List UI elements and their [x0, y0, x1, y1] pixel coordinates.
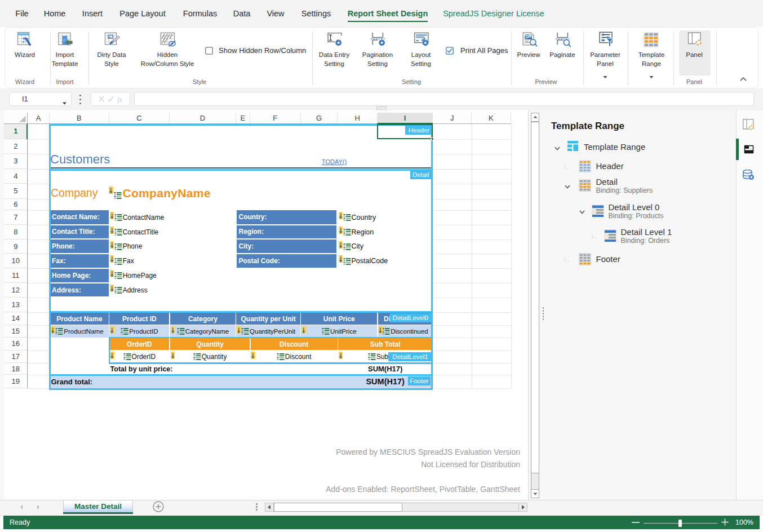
svg-text:fx: fx — [117, 95, 123, 104]
